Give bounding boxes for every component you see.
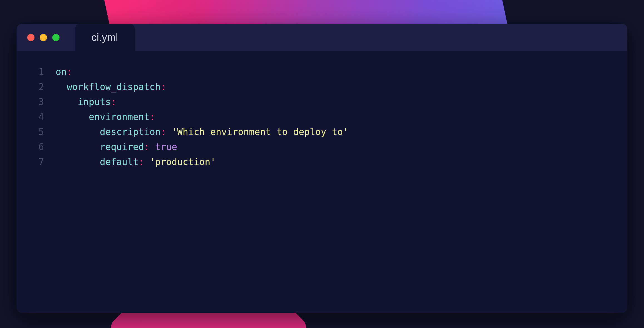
token-key: environment xyxy=(89,111,150,122)
editor-window: ci.yml 1on:2 workflow_dispatch:3 inputs:… xyxy=(17,24,627,313)
code-line[interactable]: 3 inputs: xyxy=(17,95,627,110)
line-number: 6 xyxy=(17,140,56,155)
line-content: default: 'production' xyxy=(56,155,216,170)
line-number: 1 xyxy=(17,64,56,79)
line-content: on: xyxy=(56,64,72,79)
token-colon: : xyxy=(138,156,144,167)
line-content: inputs: xyxy=(56,95,117,110)
token-key: description xyxy=(100,126,161,137)
line-number: 2 xyxy=(17,79,56,95)
titlebar: ci.yml xyxy=(17,24,627,51)
code-line[interactable]: 5 description: 'Which environment to dep… xyxy=(17,125,627,140)
code-line[interactable]: 7 default: 'production' xyxy=(17,155,627,170)
token-key: inputs xyxy=(78,96,111,107)
line-number: 7 xyxy=(17,155,56,170)
token-plain xyxy=(150,141,155,152)
tab-label: ci.yml xyxy=(91,32,118,43)
line-content: required: true xyxy=(56,140,177,155)
code-line[interactable]: 6 required: true xyxy=(17,140,627,155)
line-content: description: 'Which environment to deplo… xyxy=(56,125,348,140)
token-colon: : xyxy=(67,66,72,77)
token-colon: : xyxy=(144,141,150,152)
token-colon: : xyxy=(161,81,166,92)
line-number: 4 xyxy=(17,110,56,125)
token-key: workflow_dispatch xyxy=(67,81,161,92)
token-key: default xyxy=(100,156,138,167)
line-number: 5 xyxy=(17,125,56,140)
minimize-icon[interactable] xyxy=(40,34,47,41)
code-line[interactable]: 2 workflow_dispatch: xyxy=(17,79,627,95)
token-plain xyxy=(144,156,150,167)
token-str: 'Which environment to deploy to' xyxy=(172,126,348,137)
token-colon: : xyxy=(111,96,117,107)
window-controls xyxy=(17,24,75,51)
code-line[interactable]: 4 environment: xyxy=(17,110,627,125)
line-number: 3 xyxy=(17,95,56,110)
token-const: true xyxy=(155,141,177,152)
token-str: 'production' xyxy=(150,156,216,167)
zoom-icon[interactable] xyxy=(52,34,60,41)
line-content: environment: xyxy=(56,110,155,125)
code-line[interactable]: 1on: xyxy=(17,64,627,79)
token-key: required xyxy=(100,141,144,152)
code-editor[interactable]: 1on:2 workflow_dispatch:3 inputs:4 envir… xyxy=(17,51,627,313)
token-colon: : xyxy=(161,126,166,137)
line-content: workflow_dispatch: xyxy=(56,79,166,95)
token-colon: : xyxy=(150,111,155,122)
tab-ci-yml[interactable]: ci.yml xyxy=(75,24,135,51)
close-icon[interactable] xyxy=(27,34,34,41)
token-plain xyxy=(166,126,172,137)
token-key: on xyxy=(56,66,67,77)
